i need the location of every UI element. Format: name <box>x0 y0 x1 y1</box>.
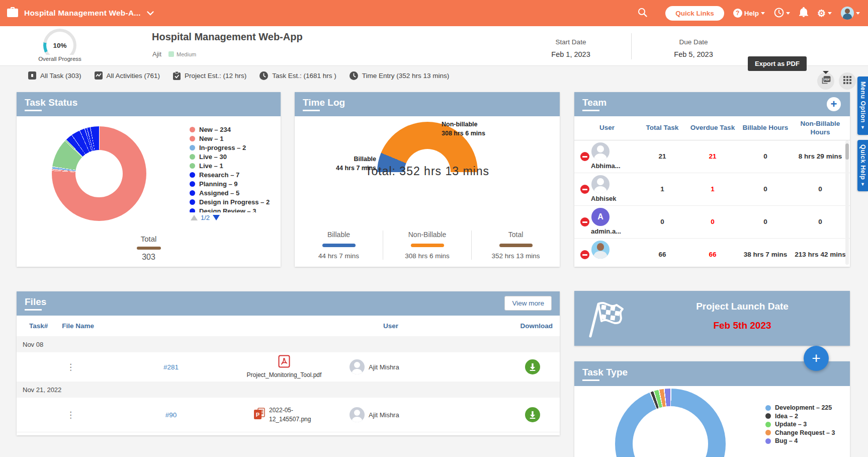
grid-menu-button[interactable] <box>839 72 856 90</box>
legend-label: Live – 1 <box>199 162 223 170</box>
legend-item[interactable]: Planning – 9 <box>190 179 290 188</box>
download-button[interactable] <box>525 407 540 422</box>
clock-icon <box>774 8 784 19</box>
avatar <box>591 142 610 161</box>
launch-title: Project Launch Date <box>635 301 850 312</box>
gear-icon: ⚙ <box>817 9 826 18</box>
legend-item[interactable]: Idea – 2 <box>765 412 835 421</box>
page-up-icon[interactable] <box>191 215 198 220</box>
legend-item[interactable]: In-progress – 2 <box>190 143 290 152</box>
grid-menu-icon <box>843 76 851 86</box>
file-cell[interactable]: Project_Monitoring_Tool.pdf <box>247 355 322 379</box>
billable-hours-value: 38 hrs 7 mins <box>740 251 791 258</box>
total-color-bar <box>137 247 161 250</box>
task-link[interactable]: #90 <box>165 411 177 419</box>
all-task-icon <box>28 71 36 80</box>
legend-dot <box>765 422 771 427</box>
legend-item[interactable]: Design Review – 3 <box>190 206 290 212</box>
chevron-down-icon[interactable] <box>147 9 154 18</box>
col-file-name: File Name <box>62 322 94 330</box>
legend-item[interactable]: Change Request – 3 <box>765 429 835 437</box>
legend-item[interactable]: Live – 30 <box>190 152 290 161</box>
quick-help-tab[interactable]: Quick Help <box>857 140 868 191</box>
legend-item[interactable]: New – 234 <box>190 125 290 134</box>
quick-links-button[interactable]: Quick Links <box>665 6 724 21</box>
task-estimate-icon <box>259 71 268 80</box>
legend-item[interactable]: Assigned – 5 <box>190 188 290 197</box>
stat-all-activities[interactable]: All Activities (761) <box>95 71 160 80</box>
search-icon[interactable] <box>638 8 647 19</box>
scrollbar-thumb[interactable] <box>845 143 849 160</box>
download-icon <box>529 363 536 371</box>
legend-item[interactable]: Research – 7 <box>190 170 290 179</box>
user-cell: Abhima... <box>574 140 640 173</box>
legend-dot <box>190 190 195 196</box>
stat-time-entry[interactable]: Time Entry (352 hrs 13 mins) <box>350 71 450 80</box>
svg-text:PDF: PDF <box>824 78 830 81</box>
top-nav-bar: Hospital Management Web-A... Quick Links… <box>0 0 868 26</box>
remove-member-icon[interactable] <box>580 185 589 194</box>
billable-stat: Billable 44 hrs 7 mins <box>295 231 383 260</box>
legend-label: Research – 7 <box>199 171 239 179</box>
legend-label: Bug – 4 <box>775 437 798 444</box>
legend-item[interactable]: New – 1 <box>190 134 290 143</box>
legend-label: Design in Progress – 2 <box>199 198 270 206</box>
file-group-date: Nov 21, 2022 <box>17 382 560 398</box>
total-task-value: 1 <box>640 185 685 193</box>
task-status-legend: New – 234 New – 1 In-progress – 2 Live –… <box>190 125 290 212</box>
legend-item[interactable]: Development – 225 <box>765 404 835 412</box>
overdue-task-value: 21 <box>685 153 740 160</box>
settings-menu[interactable]: ⚙ <box>817 9 832 18</box>
total-stat: Total 352 hrs 13 mins <box>471 231 560 260</box>
legend-item[interactable]: Update – 3 <box>765 420 835 429</box>
time-log-total-text: Total: 352 hrs 13 mins <box>295 165 560 178</box>
view-more-button[interactable]: View more <box>504 296 552 311</box>
legend-dot <box>190 208 195 213</box>
non-billable-hours-value: 0 <box>791 218 850 225</box>
time-log-stats-row: Billable 44 hrs 7 mins Non-Billable 308 … <box>295 231 560 260</box>
overdue-task-value: 0 <box>685 218 740 225</box>
stat-project-estimate[interactable]: Project Est.: (12 hrs) <box>173 71 246 80</box>
file-cell[interactable]: P 2022-05-12_145507.png <box>253 406 315 424</box>
stat-label: All Task (303) <box>40 72 81 80</box>
remove-member-icon[interactable] <box>580 250 589 259</box>
user-name: Ajit Mishra <box>369 411 399 419</box>
page-title: Hospital Management Web-App <box>152 31 303 43</box>
add-team-member-button[interactable]: + <box>827 97 841 111</box>
kebab-menu-icon[interactable] <box>66 362 73 372</box>
donut-hole <box>633 406 708 457</box>
card-title: Time Log <box>303 97 345 111</box>
legend-pagination: 1/2 <box>191 214 220 221</box>
remove-member-icon[interactable] <box>580 152 589 161</box>
kebab-menu-icon[interactable] <box>66 410 73 420</box>
task-type-card: Task Type Development – 225 Idea – 2 Upd… <box>574 361 850 457</box>
stat-all-task[interactable]: All Task (303) <box>28 71 81 80</box>
export-pdf-button[interactable]: PDF <box>817 72 834 90</box>
summary-stats-bar: All Task (303) All Activities (761) Proj… <box>28 65 449 86</box>
team-table-header: User Total Task Overdue Task Billable Ho… <box>574 116 850 140</box>
priority-color-swatch <box>168 51 174 57</box>
profile-menu[interactable] <box>841 7 860 20</box>
help-icon: ? <box>733 9 742 18</box>
task-link[interactable]: #281 <box>163 363 179 371</box>
page-down-icon[interactable] <box>213 215 220 220</box>
legend-dot <box>765 405 771 411</box>
time-menu[interactable] <box>774 8 790 19</box>
notifications-icon[interactable] <box>799 7 808 19</box>
add-button[interactable]: + <box>804 346 829 371</box>
legend-item[interactable]: Design in Progress – 2 <box>190 197 290 206</box>
menu-option-tab[interactable]: Menu Option <box>857 77 868 135</box>
legend-label: Development – 225 <box>775 404 832 411</box>
legend-dot <box>190 145 195 150</box>
task-status-donut-chart <box>52 126 146 221</box>
stat-task-estimate[interactable]: Task Est.: (1681 hrs ) <box>259 71 336 80</box>
start-date-value: Feb 1, 2023 <box>520 50 621 58</box>
help-label: Help <box>744 10 759 17</box>
help-menu[interactable]: ? Help <box>733 9 765 18</box>
col-billable-hours: Billable Hours <box>740 124 791 132</box>
download-button[interactable] <box>525 359 540 374</box>
legend-item[interactable]: Live – 1 <box>190 161 290 170</box>
remove-member-icon[interactable] <box>580 217 589 226</box>
file-user: Ajit Mishra <box>350 359 505 374</box>
legend-item[interactable]: Bug – 4 <box>765 437 835 445</box>
